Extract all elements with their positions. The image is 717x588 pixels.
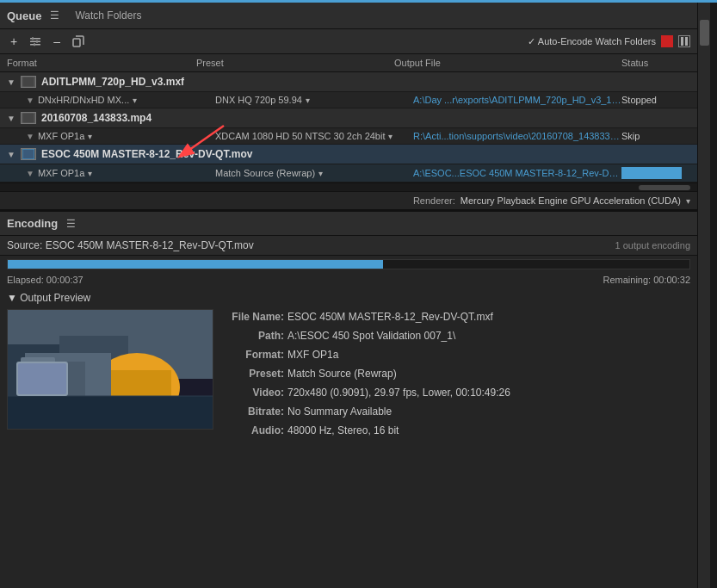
info-row-filename: File Name: ESOC 450M MASTER-8-12_Rev-DV-…	[224, 309, 690, 325]
stop-button[interactable]	[661, 35, 673, 47]
video-value: 720x480 (0.9091), 29.97 fps, Lower, 00:1…	[287, 385, 510, 400]
preset-value: Match Source (Rewrap)	[287, 366, 397, 381]
remaining-label: Remaining: 00:00:32	[603, 275, 690, 285]
format-label: Format:	[224, 347, 284, 362]
path-value: A:\ESOC 450 Spot Validation 007_1\	[287, 328, 455, 344]
output-preview-section: ▼ Output Preview	[0, 287, 697, 588]
source-bar: Source: ESOC 450M MASTER-8-12_Rev-DV-QT.…	[0, 236, 697, 256]
output-preview-content: File Name: ESOC 450M MASTER-8-12_Rev-DV-…	[7, 309, 690, 438]
queue-bottom-scrollbar[interactable]	[0, 183, 697, 191]
queue-item2-name: 20160708_143833.mp4	[41, 112, 151, 124]
queue-group-item1[interactable]: ▼ ADITLPMM_720p_HD_v3.mxf	[0, 72, 697, 92]
queue-subrow-item1-1[interactable]: ▼ DNxHR/DNxHD MX... ▾ DNX HQ 720p 59.94 …	[0, 92, 697, 108]
subrow-output-item3-1: A:\ESOC...ESOC 450M MASTER-8-12_Rev-DV-Q…	[413, 168, 621, 178]
toolbar: + –	[0, 29, 697, 54]
settings-button[interactable]	[26, 34, 45, 49]
remove-button[interactable]: –	[50, 33, 64, 50]
subrow-status-item1-1: Stopped	[621, 95, 690, 105]
pause-button[interactable]	[678, 35, 690, 47]
video-label: Video:	[224, 385, 284, 400]
subrow-output-item2-1: R:\Acti...tion\supports\video\20160708_1…	[413, 131, 621, 141]
encoding-title: Encoding	[7, 217, 58, 230]
subrow-format-item3-1: ▼ MXF OP1a ▾	[26, 168, 215, 178]
info-row-format: Format: MXF OP1a	[224, 347, 690, 362]
h-scrollbar-thumb[interactable]	[639, 185, 690, 190]
scrollbar-thumb[interactable]	[700, 20, 709, 46]
svg-rect-6	[73, 39, 80, 46]
subrow-status-item3-1	[621, 167, 682, 179]
preset-label: Preset:	[224, 366, 284, 381]
audio-value: 48000 Hz, Stereo, 16 bit	[287, 423, 399, 438]
subrow-format-item2-1: ▼ MXF OP1a ▾	[26, 131, 215, 141]
queue-item1-name: ADITLPMM_720p_HD_v3.mxf	[41, 76, 184, 88]
file-icon-item2	[21, 112, 36, 124]
format-dropdown-icon3[interactable]: ▾	[88, 169, 92, 178]
queue-section: Queue ☰ Watch Folders + –	[0, 3, 697, 210]
watch-folders-tab[interactable]: Watch Folders	[68, 8, 148, 23]
path-label: Path:	[224, 328, 284, 344]
progress-bar-container	[0, 256, 697, 273]
queue-header: Queue ☰ Watch Folders	[0, 3, 697, 29]
duplicate-button[interactable]	[69, 34, 88, 49]
encoding-header: Encoding ☰	[0, 212, 697, 236]
expand-arrow-item3: ▼	[7, 150, 15, 159]
format-value: MXF OP1a	[287, 347, 338, 362]
subrow-preset-item1-1: DNX HQ 720p 59.94 ▾	[215, 95, 413, 105]
right-scrollbar[interactable]	[697, 3, 710, 588]
renderer-label: Renderer:	[413, 195, 455, 206]
subrow-status-item2-1: Skip	[621, 131, 690, 141]
file-info: File Name: ESOC 450M MASTER-8-12_Rev-DV-…	[224, 309, 690, 438]
table-header: Format Preset Output File Status	[0, 54, 697, 72]
expand-arrow-sub2: ▼	[26, 132, 34, 141]
queue-title: Queue	[7, 9, 41, 22]
encoding-section: Encoding ☰ Source: ESOC 450M MASTER-8-12…	[0, 210, 697, 588]
progress-bar-track	[7, 259, 690, 269]
video-thumbnail	[7, 309, 213, 430]
audio-label: Audio:	[224, 423, 284, 438]
bitrate-value: No Summary Available	[287, 404, 392, 419]
queue-group-item3[interactable]: ▼ ESOC 450M MASTER-8-12_Rev-DV-QT.mov	[0, 145, 697, 164]
svg-rect-22	[8, 396, 213, 430]
col-preset: Preset	[196, 58, 394, 68]
progress-bar-fill	[8, 260, 383, 269]
expand-arrow-sub: ▼	[26, 96, 34, 105]
source-label: Source: ESOC 450M MASTER-8-12_Rev-DV-QT.…	[7, 239, 254, 251]
queue-group-item2[interactable]: ▼ 20160708_143833.mp4	[0, 108, 697, 128]
encoding-menu-icon[interactable]: ☰	[66, 218, 76, 230]
queue-menu-icon[interactable]: ☰	[50, 9, 59, 22]
filename-label: File Name:	[224, 309, 284, 325]
elapsed-label: Elapsed: 00:00:37	[7, 275, 83, 285]
queue-subrow-item2-1[interactable]: ▼ MXF OP1a ▾ XDCAM 1080 HD 50 NTSC 30 2c…	[0, 128, 697, 145]
renderer-dropdown-icon[interactable]: ▾	[686, 196, 690, 206]
subrow-preset-item3-1: Match Source (Rewrap) ▾	[215, 168, 413, 178]
renderer-value: Mercury Playback Engine GPU Acceleration…	[460, 195, 681, 206]
preset-dropdown-icon2[interactable]: ▾	[388, 132, 392, 141]
add-button[interactable]: +	[7, 33, 21, 50]
info-row-video: Video: 720x480 (0.9091), 29.97 fps, Lowe…	[224, 385, 690, 400]
file-icon-item3	[21, 148, 36, 160]
format-dropdown-icon2[interactable]: ▾	[88, 132, 92, 141]
output-encoding-label: 1 output encoding	[615, 240, 690, 251]
file-icon-item1	[21, 76, 36, 88]
expand-arrow-item1: ▼	[7, 77, 15, 87]
svg-rect-1	[30, 41, 40, 43]
col-status: Status	[621, 58, 690, 68]
expand-arrow-item2: ▼	[7, 114, 15, 123]
svg-rect-4	[36, 40, 38, 44]
expand-arrow-sub3: ▼	[26, 169, 34, 178]
renderer-bar: Renderer: Mercury Playback Engine GPU Ac…	[0, 191, 697, 209]
svg-rect-0	[30, 38, 40, 40]
auto-encode-label: ✓ Auto-Encode Watch Folders	[528, 36, 656, 47]
preset-dropdown-icon3[interactable]: ▾	[318, 169, 323, 178]
info-row-preset: Preset: Match Source (Rewrap)	[224, 366, 690, 381]
format-dropdown-icon[interactable]: ▾	[133, 96, 137, 105]
preset-dropdown-icon[interactable]: ▾	[306, 96, 310, 105]
info-row-bitrate: Bitrate: No Summary Available	[224, 404, 690, 419]
svg-rect-3	[32, 37, 34, 40]
svg-rect-5	[34, 43, 35, 46]
queue-subrow-item3-1[interactable]: ▼ MXF OP1a ▾ Match Source (Rewrap) ▾ A:\…	[0, 164, 697, 183]
output-preview-header[interactable]: ▼ Output Preview	[7, 292, 690, 304]
time-bar: Elapsed: 00:00:37 Remaining: 00:00:32	[0, 273, 697, 287]
info-row-audio: Audio: 48000 Hz, Stereo, 16 bit	[224, 423, 690, 438]
svg-rect-13	[23, 150, 34, 158]
